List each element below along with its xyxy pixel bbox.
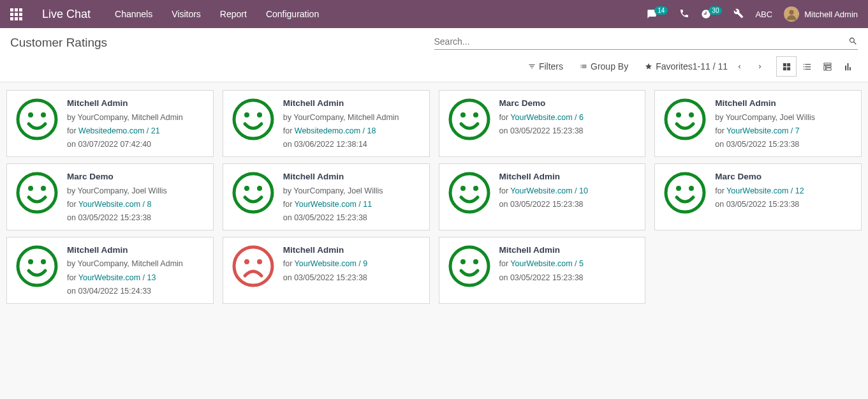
filters-button[interactable]: Filters — [528, 61, 563, 72]
card-body: Mitchell Adminfor YourWebsite.com / 10on… — [499, 170, 588, 223]
pager-next[interactable] — [751, 57, 769, 75]
svg-point-15 — [28, 186, 33, 191]
card-for-link[interactable]: YourWebsite.com / 9 — [295, 259, 368, 268]
apps-icon[interactable] — [10, 8, 24, 20]
card-by: by YourCompany, Mitchell Admin — [67, 258, 183, 269]
wrench-icon — [733, 8, 744, 19]
view-graph[interactable] — [837, 56, 858, 77]
svg-point-29 — [234, 247, 272, 285]
favorites-button[interactable]: Favorites — [645, 61, 693, 72]
svg-point-24 — [676, 186, 681, 191]
card-for-link[interactable]: YourWebsite.com / 8 — [78, 200, 152, 209]
nav-configuration[interactable]: Configuration — [266, 9, 319, 19]
pager-prev[interactable] — [730, 57, 748, 75]
star-icon — [645, 63, 652, 70]
search-input[interactable] — [434, 36, 849, 47]
card-for-link[interactable]: YourWebsite.com / 6 — [510, 113, 584, 122]
card-by: by YourCompany, Joel Willis — [283, 185, 383, 197]
view-list[interactable] — [797, 56, 817, 77]
card-for-link[interactable]: YourWebsite.com / 7 — [726, 126, 800, 135]
card-for-link[interactable]: YourWebsite.com / 5 — [510, 259, 584, 268]
rating-card[interactable]: Mitchell Adminby YourCompany, Mitchell A… — [6, 90, 214, 157]
user-name: Mitchell Admin — [804, 10, 858, 19]
card-body: Marc Demofor YourWebsite.com / 6on 03/05… — [499, 97, 584, 150]
svg-point-4 — [41, 112, 46, 117]
svg-point-1 — [790, 10, 794, 15]
card-for-link[interactable]: Websitedemo.com / 18 — [295, 126, 376, 135]
phone-tray[interactable] — [679, 8, 689, 20]
debug-tray[interactable] — [733, 8, 744, 20]
company-switcher[interactable]: ABC — [755, 10, 772, 19]
rating-card[interactable]: Mitchell Adminby YourCompany, Mitchell A… — [6, 237, 214, 304]
svg-point-21 — [460, 186, 466, 191]
svg-point-32 — [450, 247, 489, 285]
svg-point-23 — [666, 174, 704, 212]
view-kanban[interactable] — [776, 56, 797, 77]
pager-value[interactable]: 1-11 / 11 — [693, 61, 728, 72]
rating-card[interactable]: Mitchell Adminby YourCompany, Mitchell A… — [223, 90, 430, 157]
rating-card[interactable]: Mitchell Adminby YourCompany, Joel Willi… — [654, 90, 862, 157]
card-on: on 03/07/2022 07:42:40 — [67, 139, 183, 150]
rating-card[interactable]: Marc Demoby YourCompany, Joel Willisfor … — [6, 163, 214, 230]
svg-point-14 — [18, 174, 56, 212]
card-for-prefix: for — [283, 259, 295, 268]
nav-visitors[interactable]: Visitors — [172, 9, 201, 19]
rating-card[interactable]: Mitchell Adminfor YourWebsite.com / 5on … — [439, 237, 646, 304]
rating-card[interactable]: Mitchell Adminfor YourWebsite.com / 9on … — [223, 237, 430, 304]
card-for: for YourWebsite.com / 8 — [67, 199, 167, 210]
svg-point-16 — [41, 186, 46, 191]
smiley-happy-icon — [15, 244, 59, 289]
smiley-happy-icon — [447, 244, 492, 289]
card-for: for YourWebsite.com / 11 — [283, 199, 383, 210]
card-on: on 03/05/2022 15:23:38 — [499, 272, 584, 283]
card-by: by YourCompany, Joel Willis — [67, 185, 167, 197]
svg-point-3 — [28, 112, 33, 117]
card-title: Mitchell Admin — [67, 244, 183, 257]
card-on: on 03/05/2022 15:23:38 — [499, 125, 584, 137]
nav-channels[interactable]: Channels — [115, 9, 152, 19]
rating-card[interactable]: Mitchell Adminfor YourWebsite.com / 10on… — [439, 163, 646, 230]
search-wrap — [434, 36, 858, 50]
user-menu[interactable]: Mitchell Admin — [784, 6, 858, 22]
svg-point-11 — [666, 100, 704, 139]
card-for-prefix: for — [499, 259, 511, 268]
card-for-link[interactable]: YourWebsite.com / 13 — [78, 273, 156, 282]
activities-badge: 30 — [709, 6, 722, 15]
svg-point-33 — [460, 259, 466, 264]
kanban-view: Mitchell Adminby YourCompany, Mitchell A… — [0, 82, 868, 312]
messages-badge: 14 — [654, 6, 668, 15]
app-brand[interactable]: Live Chat — [42, 8, 91, 21]
rating-card[interactable]: Mitchell Adminby YourCompany, Joel Willi… — [223, 163, 430, 230]
page-title: Customer Ratings — [10, 36, 434, 50]
rating-card[interactable]: Marc Demofor YourWebsite.com / 12on 03/0… — [654, 163, 862, 230]
card-for-link[interactable]: YourWebsite.com / 11 — [295, 200, 372, 209]
card-title: Mitchell Admin — [715, 97, 815, 110]
svg-point-25 — [689, 186, 694, 191]
nav-report[interactable]: Report — [220, 9, 247, 19]
card-for: for YourWebsite.com / 5 — [499, 258, 584, 269]
card-for-link[interactable]: YourWebsite.com / 10 — [510, 186, 588, 195]
search-icon[interactable] — [848, 36, 858, 46]
messages-tray[interactable]: 14 — [647, 9, 668, 19]
smiley-happy-icon — [15, 170, 59, 215]
phone-icon — [679, 8, 689, 19]
navbar-left: Live Chat Channels Visitors Report Confi… — [10, 8, 319, 21]
control-panel: Customer Ratings Filters Group By Favori… — [0, 28, 868, 82]
svg-point-30 — [244, 259, 249, 264]
card-for-link[interactable]: YourWebsite.com / 12 — [726, 186, 804, 195]
svg-point-20 — [450, 174, 489, 212]
rating-card[interactable]: Marc Demofor YourWebsite.com / 6on 03/05… — [439, 90, 646, 157]
list-icon — [580, 63, 587, 70]
groupby-button[interactable]: Group By — [580, 61, 628, 72]
card-by: by YourCompany, Joel Willis — [715, 112, 815, 123]
card-for-link[interactable]: Websitedemo.com / 21 — [78, 126, 160, 135]
svg-point-18 — [244, 186, 249, 191]
svg-point-34 — [473, 259, 478, 264]
card-body: Mitchell Adminby YourCompany, Mitchell A… — [67, 244, 183, 297]
svg-point-6 — [244, 112, 249, 117]
card-on: on 03/05/2022 15:23:38 — [283, 212, 383, 223]
view-pivot[interactable] — [817, 56, 837, 77]
activities-tray[interactable]: 30 — [701, 9, 722, 19]
card-title: Mitchell Admin — [283, 244, 368, 257]
pivot-icon — [823, 62, 832, 72]
